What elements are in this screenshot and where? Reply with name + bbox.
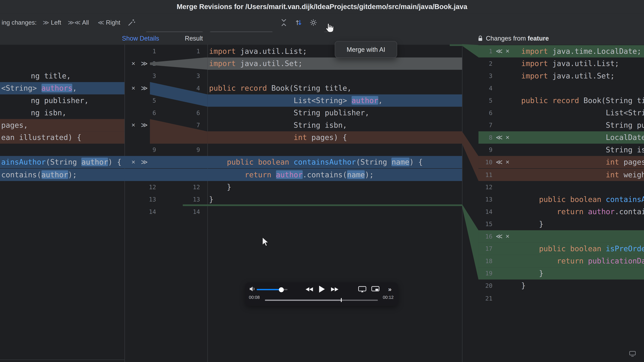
code-token: int xyxy=(294,133,307,142)
code-token: pages) { xyxy=(307,133,347,142)
code-line xyxy=(520,292,644,304)
insertion-marker xyxy=(450,44,462,46)
code-token: , xyxy=(378,96,383,105)
right-row: 8≪× LocalDate publicationDate, xyxy=(478,131,644,144)
code-indent xyxy=(521,244,539,253)
code-token: import xyxy=(521,59,548,67)
volume-fill xyxy=(257,289,282,290)
code-token: Book(String title, xyxy=(579,96,644,105)
result-row: 33 xyxy=(124,70,462,82)
code-token: pages, xyxy=(619,158,644,166)
playhead-marker[interactable] xyxy=(341,298,342,302)
code-line: LocalDate publicationDate, xyxy=(520,131,644,144)
fast-forward-icon[interactable] xyxy=(330,287,339,292)
right-change-connectors xyxy=(462,0,478,362)
code-token: (String xyxy=(356,158,392,166)
code-token: import xyxy=(209,46,236,55)
more-controls-icon[interactable]: » xyxy=(388,286,392,293)
code-token: publicationDate xyxy=(588,257,644,265)
line-number: 10 xyxy=(478,156,492,169)
line-number: 1 xyxy=(124,45,156,57)
right-row: 16≪× xyxy=(478,230,644,243)
line-number: 20 xyxy=(478,280,492,292)
line-number: 5 xyxy=(478,94,492,107)
code-token: } xyxy=(521,281,526,290)
code-line: public record Book(String title, xyxy=(520,94,644,107)
volume-knob[interactable] xyxy=(279,287,284,292)
code-token: import xyxy=(209,59,236,67)
apply-change-left-button[interactable]: ≪ xyxy=(496,131,502,144)
code-text: <String> authors, xyxy=(1,82,77,94)
code-token: public record xyxy=(209,84,267,92)
line-number: 15 xyxy=(478,218,492,230)
apply-change-left-button[interactable]: ≪ xyxy=(496,230,502,243)
code-token: } xyxy=(539,269,544,278)
code-indent xyxy=(521,195,539,203)
play-icon[interactable] xyxy=(319,285,325,293)
code-line: ainsAuthor(String author) { xyxy=(0,156,124,169)
ignore-change-button[interactable]: × xyxy=(132,156,135,169)
code-token: authors xyxy=(41,84,72,92)
code-token xyxy=(601,195,606,203)
code-token: } xyxy=(539,220,544,228)
code-token: java.util.List; xyxy=(548,59,619,67)
mouse-pointer-hand-cursor xyxy=(325,23,335,33)
line-number: 11 xyxy=(478,168,492,181)
code-line: String publisher, xyxy=(208,107,462,119)
code-token: public boolean xyxy=(539,195,602,203)
right-row: 4 xyxy=(478,82,644,94)
code-token: contains( xyxy=(1,170,41,179)
line-number: 3 xyxy=(124,70,156,82)
code-token: (String xyxy=(46,158,81,166)
rewind-icon[interactable] xyxy=(305,287,314,292)
apply-change-left-button[interactable]: ≪ xyxy=(496,156,502,169)
code-text: pages, xyxy=(1,119,28,131)
line-number: 13 xyxy=(478,193,492,206)
code-line xyxy=(520,82,644,94)
code-line: } xyxy=(208,181,462,193)
code-token: containsAuthor xyxy=(606,195,644,203)
code-indent xyxy=(521,145,606,154)
apply-change-right-button[interactable]: ≫ xyxy=(141,82,148,94)
line-number: 7 xyxy=(478,119,492,131)
apply-change-right-button[interactable]: ≫ xyxy=(141,156,148,169)
ignore-change-button[interactable]: × xyxy=(506,230,510,243)
right-row: 7 String publisher, xyxy=(478,119,644,131)
code-indent xyxy=(521,269,539,278)
code-line xyxy=(208,205,462,218)
code-token: java.util.List; xyxy=(236,46,307,55)
code-token: String publisher, xyxy=(606,121,644,129)
line-number: 6 xyxy=(124,107,156,119)
code-indent xyxy=(209,133,294,142)
code-indent xyxy=(209,170,245,179)
apply-change-left-button[interactable]: ≪ xyxy=(496,45,502,57)
code-line: ean illustrated) { xyxy=(0,131,124,144)
code-token: ainsAuthor xyxy=(1,158,46,166)
video-player-controls[interactable]: » 00:08 00:12 xyxy=(245,282,398,306)
code-indent xyxy=(521,257,557,265)
code-token: } xyxy=(227,183,232,191)
picture-in-picture-icon[interactable] xyxy=(371,286,380,293)
code-token: List<String> xyxy=(294,96,352,105)
right-row: 2import java.util.List; xyxy=(478,57,644,70)
line-number: 3 xyxy=(168,70,200,82)
code-line: String publisher, xyxy=(520,119,644,131)
line-number: 8 xyxy=(478,131,492,144)
code-token: ng title, xyxy=(31,71,71,80)
ignore-change-button[interactable]: × xyxy=(132,82,135,94)
result-row: 1313} xyxy=(124,193,462,206)
code-line: } xyxy=(520,280,644,292)
code-token xyxy=(601,244,606,253)
volume-icon[interactable] xyxy=(250,286,256,292)
code-text: ainsAuthor(String author) { xyxy=(1,156,122,169)
ignore-change-button[interactable]: × xyxy=(506,45,510,57)
code-indent xyxy=(521,220,539,228)
ignore-change-button[interactable]: × xyxy=(506,131,510,144)
ignore-change-button[interactable]: × xyxy=(506,156,510,169)
code-text: contains(author); xyxy=(1,168,77,181)
line-number: 1 xyxy=(168,45,200,57)
airplay-display-icon[interactable] xyxy=(358,286,366,293)
code-line xyxy=(520,230,644,243)
line-number: 2 xyxy=(478,57,492,70)
line-number: 13 xyxy=(168,193,200,206)
